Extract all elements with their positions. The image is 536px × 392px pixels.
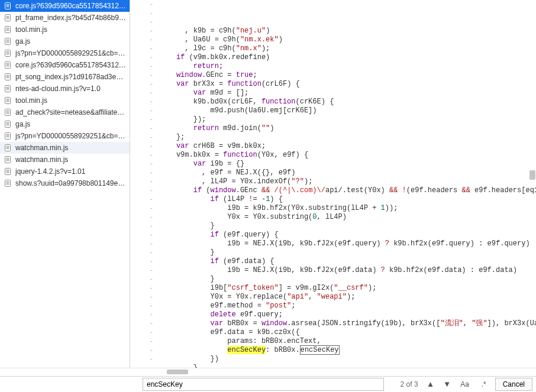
file-list-item[interactable]: ad_check?site=netease&affiliate=mu… — [0, 106, 130, 118]
source-code[interactable]: , k9b = c9h("nej.u") , Ua6U = c9h("nm.x.… — [157, 0, 536, 368]
gutter-fold-marker[interactable]: - — [130, 115, 153, 124]
gutter-fold-marker[interactable]: - — [130, 222, 153, 231]
gutter-fold-marker[interactable]: - — [130, 275, 153, 284]
search-cancel-button[interactable]: Cancel — [495, 378, 532, 391]
gutter-fold-marker[interactable]: - — [130, 284, 153, 293]
file-list-item[interactable]: ga.js — [0, 118, 130, 130]
code-line[interactable]: if (lL4P != -1) { — [159, 195, 536, 204]
gutter-fold-marker[interactable]: - — [130, 9, 153, 18]
code-line[interactable]: if (v9m.bk0x.redefine) — [159, 53, 536, 62]
gutter-fold-marker[interactable]: - — [130, 133, 153, 142]
code-line[interactable]: i9b["csrf_token"] = v9m.gI2x("__csrf"); — [159, 284, 536, 293]
code-line[interactable]: if (e9f.query) { — [159, 231, 536, 239]
code-line[interactable]: var brX3x = function(crL6F) { — [159, 80, 536, 89]
code-line[interactable]: Y0x = Y0x.substring(0, lL4P) — [159, 213, 536, 222]
gutter-fold-marker[interactable]: - — [130, 355, 153, 364]
file-list-item[interactable]: tool.min.js — [0, 24, 130, 35]
gutter-fold-marker[interactable]: - — [130, 204, 153, 213]
gutter-fold-marker[interactable]: - — [130, 169, 153, 177]
code-line[interactable]: , e9f = NEJ.X({}, e9f) — [159, 169, 536, 177]
gutter-fold-marker[interactable]: - — [130, 319, 153, 328]
gutter-fold-marker[interactable]: - — [130, 89, 153, 98]
gutter-fold-marker[interactable]: - — [130, 151, 153, 160]
gutter-fold-marker[interactable]: - — [130, 124, 153, 133]
gutter-fold-marker[interactable]: - — [130, 213, 153, 222]
gutter-fold-marker[interactable]: - — [130, 62, 153, 71]
code-line[interactable]: } — [159, 248, 536, 257]
gutter-fold-marker[interactable]: - — [130, 80, 153, 89]
gutter-fold-marker[interactable]: - — [130, 231, 153, 239]
search-prev-button[interactable]: ▲ — [424, 378, 437, 391]
code-line[interactable]: } — [159, 364, 536, 368]
code-line[interactable]: window.GEnc = true; — [159, 71, 536, 80]
file-list-item[interactable]: pt_frame_index.js?b45d74b86b92b19… — [0, 12, 130, 24]
gutter-fold-marker[interactable]: - — [130, 328, 153, 337]
code-line[interactable]: } — [159, 222, 536, 231]
gutter-fold-marker[interactable]: - — [130, 0, 153, 9]
gutter-fold-marker[interactable]: - — [130, 364, 153, 368]
code-line[interactable]: v9m.bk0x = function(Y0x, e9f) { — [159, 151, 536, 160]
code-line[interactable]: e9f.method = "post"; — [159, 302, 536, 310]
code-line[interactable]: i9b = NEJ.X(i9b, k9b.fJ2x(e9f.query) ? k… — [159, 239, 536, 248]
gutter-fold-marker[interactable]: - — [130, 257, 153, 266]
gutter-fold-marker[interactable]: - — [130, 239, 153, 248]
code-line[interactable]: var i9b = {} — [159, 160, 536, 169]
file-list-item[interactable]: show.s?uuid=0a99798b801149e7924… — [0, 177, 130, 189]
gutter-fold-marker[interactable]: - — [130, 310, 153, 319]
code-line[interactable]: if (e9f.data) { — [159, 257, 536, 266]
gutter-fold-marker[interactable]: - — [130, 98, 153, 106]
code-line[interactable]: , k9b = c9h("nej.u") — [159, 27, 536, 35]
code-line[interactable]: var m9d = []; — [159, 89, 536, 98]
code-line[interactable]: return m9d.join("") — [159, 124, 536, 133]
code-line[interactable]: i9b = NEJ.X(i9b, k9b.fJ2x(e9f.data) ? k9… — [159, 266, 536, 275]
gutter-fold-marker[interactable]: - — [130, 160, 153, 169]
file-list-item[interactable]: ntes-ad-cloud.min.js?v=1.0 — [0, 83, 130, 95]
code-line[interactable]: , l9c = c9h("nm.x"); — [159, 44, 536, 53]
code-line[interactable]: delete e9f.query; — [159, 310, 536, 319]
gutter-fold-marker[interactable]: - — [130, 266, 153, 275]
file-list-item[interactable]: js?pn=YD00000558929251&cb=__jp… — [0, 130, 130, 142]
code-line[interactable]: m9d.push(Ua6U.emj[crK6E]) — [159, 106, 536, 115]
code-line[interactable]: }) — [159, 355, 536, 364]
code-line[interactable]: return; — [159, 62, 536, 71]
gutter-fold-marker[interactable]: - — [130, 177, 153, 186]
gutter-fold-marker[interactable]: - — [130, 18, 153, 27]
code-line[interactable]: , Ua6U = c9h("nm.x.ek") — [159, 35, 536, 44]
gutter-fold-marker[interactable]: - — [130, 248, 153, 257]
code-line[interactable]: encSecKey: bRB0x.encSecKey — [159, 346, 536, 355]
horizontal-scrollbar-thumb[interactable] — [167, 370, 188, 374]
file-list-item[interactable]: jquery-1.4.2.js?v=1.01 — [0, 166, 130, 177]
gutter-fold-marker[interactable]: - — [130, 346, 153, 355]
search-input[interactable] — [143, 378, 384, 391]
gutter-fold-marker[interactable]: - — [130, 106, 153, 115]
file-list[interactable]: core.js?639d5960ca551785431254b4… pt_fra… — [0, 0, 130, 368]
file-list-item[interactable]: tool.min.js — [0, 95, 130, 106]
gutter-fold-marker[interactable]: - — [130, 186, 153, 195]
horizontal-scrollbar[interactable] — [0, 368, 536, 375]
code-line[interactable]: Y0x = Y0x.replace("api", "weapi"); — [159, 293, 536, 302]
gutter-fold-marker[interactable]: - — [130, 44, 153, 53]
code-line[interactable]: }); — [159, 115, 536, 124]
code-line[interactable]: var bRB0x = window.asrsea(JSON.stringify… — [159, 319, 536, 328]
code-line[interactable]: } — [159, 275, 536, 284]
gutter-fold-marker[interactable]: - — [130, 27, 153, 35]
file-list-item[interactable]: ga.js — [0, 35, 130, 47]
file-list-item[interactable]: watchman.min.js — [0, 142, 130, 154]
file-list-item[interactable]: pt_song_index.js?1d91678ad3ec3394… — [0, 71, 130, 83]
code-line[interactable]: i9b = k9b.hf2x(Y0x.substring(lL4P + 1)); — [159, 204, 536, 213]
code-line[interactable]: k9b.bd0x(crL6F, function(crK6E) { — [159, 98, 536, 106]
file-list-item[interactable]: core.js?639d5960ca551785431254b4… — [0, 0, 130, 12]
file-list-item[interactable]: core.js?639d5960ca551785431254b4… — [0, 59, 130, 71]
search-next-button[interactable]: ▼ — [441, 378, 454, 391]
gutter-fold-marker[interactable]: - — [130, 195, 153, 204]
search-case-toggle[interactable]: Aa — [457, 378, 473, 391]
gutter-fold-marker[interactable]: - — [130, 142, 153, 151]
gutter-fold-marker[interactable]: - — [130, 302, 153, 310]
gutter-fold-marker[interactable]: - — [130, 293, 153, 302]
code-line[interactable]: }; — [159, 133, 536, 142]
code-line[interactable]: params: bRB0x.encText, — [159, 337, 536, 346]
code-line[interactable]: , lL4P = Y0x.indexOf("?"); — [159, 177, 536, 186]
code-line[interactable]: var crH6B = v9m.bk0x; — [159, 142, 536, 151]
file-list-item[interactable]: js?pn=YD00000558929251&cb=__jp… — [0, 47, 130, 59]
gutter-fold-marker[interactable]: - — [130, 71, 153, 80]
